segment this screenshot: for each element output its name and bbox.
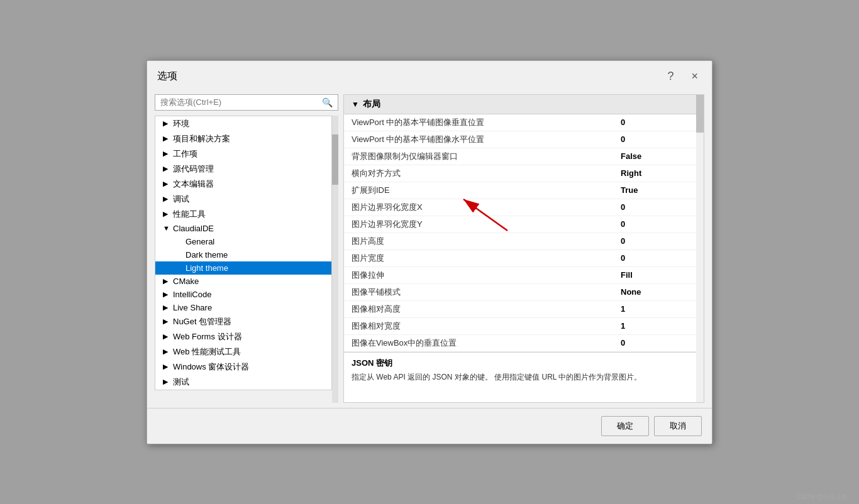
section-arrow: ▼ bbox=[352, 100, 359, 109]
cancel-button[interactable]: 取消 bbox=[654, 416, 702, 436]
tree-item[interactable]: ▶工作项 bbox=[155, 146, 331, 162]
tree-label: Dark theme bbox=[186, 250, 228, 260]
prop-row[interactable]: ViewPort 中的基本平铺图像垂直位置0 bbox=[344, 114, 704, 131]
tree-arrow: ▶ bbox=[163, 317, 170, 326]
tree-arrow: ▶ bbox=[163, 363, 170, 371]
tree-label: 调试 bbox=[173, 194, 189, 205]
prop-row[interactable]: 图像在ViewBox中的垂直位置0 bbox=[344, 335, 704, 352]
prop-value: 1 bbox=[621, 321, 696, 331]
search-input[interactable] bbox=[160, 97, 322, 107]
tree-item[interactable]: ▶Web 性能测试工具 bbox=[155, 344, 331, 359]
prop-name: 图片边界羽化宽度Y bbox=[352, 219, 621, 230]
tree-label: 环境 bbox=[173, 118, 189, 129]
tree-label: 工作项 bbox=[173, 148, 197, 160]
tree-arrow: ▶ bbox=[163, 332, 170, 341]
tree-item[interactable]: ▶测试 bbox=[155, 375, 331, 390]
tree-item[interactable]: ▶NuGet 包管理器 bbox=[155, 314, 331, 329]
tree-label: 项目和解决方案 bbox=[173, 133, 230, 145]
tree-item[interactable]: Dark theme bbox=[155, 248, 331, 261]
tree-item[interactable]: General bbox=[155, 235, 331, 248]
prop-row[interactable]: 扩展到IDETrue bbox=[344, 182, 704, 199]
prop-value: 1 bbox=[621, 304, 696, 314]
tree-arrow: ▶ bbox=[163, 348, 170, 356]
tree-arrow: ▶ bbox=[163, 180, 170, 188]
tree-label: Web Forms 设计器 bbox=[173, 331, 242, 342]
tree-item[interactable]: ▶CMake bbox=[155, 275, 331, 288]
prop-row[interactable]: 图片高度0 bbox=[344, 233, 704, 250]
tree-item[interactable]: ▶Windows 窗体设计器 bbox=[155, 359, 331, 375]
prop-row[interactable]: 图像平铺模式None bbox=[344, 284, 704, 301]
tree-arrow: ▶ bbox=[163, 304, 170, 312]
tree-arrow: ▶ bbox=[163, 277, 170, 285]
prop-value: 0 bbox=[621, 253, 696, 263]
prop-name: 图像平铺模式 bbox=[352, 287, 621, 298]
info-title: JSON 密钥 bbox=[352, 358, 696, 369]
titlebar-actions: ? × bbox=[663, 68, 702, 84]
right-scrollbar-thumb bbox=[696, 95, 704, 133]
tree-item[interactable]: ▼ClaudialDE bbox=[155, 222, 331, 235]
tree-arrow: ▶ bbox=[163, 210, 170, 218]
right-scrollbar[interactable] bbox=[696, 95, 704, 402]
prop-row[interactable]: 图片边界羽化宽度X0 bbox=[344, 199, 704, 216]
tree-item[interactable]: ▶环境 bbox=[155, 116, 331, 131]
ok-button[interactable]: 确定 bbox=[601, 416, 649, 436]
tree-item[interactable]: ▶Live Share bbox=[155, 301, 331, 314]
prop-name: 图片宽度 bbox=[352, 253, 621, 264]
section-title: 布局 bbox=[363, 99, 380, 110]
left-panel-inner: ▶环境▶项目和解决方案▶工作项▶源代码管理▶文本编辑器▶调试▶性能工具▼Clau… bbox=[155, 116, 338, 403]
tree-arrow: ▶ bbox=[163, 119, 170, 128]
tree-item[interactable]: ▶IntelliCode bbox=[155, 288, 331, 301]
prop-value: 0 bbox=[621, 236, 696, 246]
prop-name: ViewPort 中的基本平铺图像垂直位置 bbox=[352, 117, 621, 128]
tree-item[interactable]: ▶调试 bbox=[155, 192, 331, 207]
tree-item[interactable]: Light theme bbox=[155, 261, 331, 275]
prop-name: 图片边界羽化宽度X bbox=[352, 202, 621, 213]
tree-item[interactable]: ▶项目和解决方案 bbox=[155, 131, 331, 146]
prop-row[interactable]: 背景图像限制为仅编辑器窗口False bbox=[344, 148, 704, 165]
titlebar: 选项 ? × bbox=[147, 61, 712, 89]
tree-item[interactable]: ▶文本编辑器 bbox=[155, 177, 331, 192]
right-panel: ▼ 布局 ViewPort 中的基本平铺图像垂直位置0ViewPort 中的基本… bbox=[343, 94, 704, 403]
watermark: CSDN @心已入冬。 bbox=[797, 493, 854, 501]
info-text: 指定从 Web API 返回的 JSON 对象的键。 使用指定键值 URL 中的… bbox=[352, 371, 696, 383]
left-panel: 🔍 ▶环境▶项目和解决方案▶工作项▶源代码管理▶文本编辑器▶调试▶性能工具▼Cl… bbox=[155, 94, 343, 403]
prop-row[interactable]: 图片边界羽化宽度Y0 bbox=[344, 216, 704, 233]
prop-row[interactable]: 横向对齐方式Right bbox=[344, 165, 704, 182]
prop-name: 横向对齐方式 bbox=[352, 168, 621, 179]
tree-item[interactable]: ▶源代码管理 bbox=[155, 162, 331, 177]
close-button[interactable]: × bbox=[687, 68, 702, 84]
left-scrollbar[interactable] bbox=[332, 116, 338, 403]
props-scroll-area: ViewPort 中的基本平铺图像垂直位置0ViewPort 中的基本平铺图像水… bbox=[344, 114, 704, 352]
tree-label: 文本编辑器 bbox=[173, 178, 214, 190]
tree-item[interactable]: ▶Web Forms 设计器 bbox=[155, 329, 331, 344]
tree-item[interactable]: ▶性能工具 bbox=[155, 207, 331, 222]
info-panel: JSON 密钥 指定从 Web API 返回的 JSON 对象的键。 使用指定键… bbox=[344, 352, 704, 402]
tree-label: 测试 bbox=[173, 376, 189, 388]
prop-value: 0 bbox=[621, 202, 696, 212]
tree-label: Windows 窗体设计器 bbox=[173, 361, 249, 373]
tree-label: ClaudialDE bbox=[173, 224, 214, 233]
tree-arrow: ▶ bbox=[163, 378, 170, 386]
prop-name: 图像拉伸 bbox=[352, 270, 621, 281]
prop-value: False bbox=[621, 151, 696, 161]
props-table: ViewPort 中的基本平铺图像垂直位置0ViewPort 中的基本平铺图像水… bbox=[344, 114, 704, 352]
prop-row[interactable]: ViewPort 中的基本平铺图像水平位置0 bbox=[344, 131, 704, 148]
tree-label: 性能工具 bbox=[173, 209, 206, 220]
tree-label: CMake bbox=[173, 277, 199, 286]
prop-row[interactable]: 图像相对高度1 bbox=[344, 301, 704, 318]
tree-container: ▶环境▶项目和解决方案▶工作项▶源代码管理▶文本编辑器▶调试▶性能工具▼Clau… bbox=[155, 116, 332, 403]
prop-name: 图像相对宽度 bbox=[352, 320, 621, 332]
prop-row[interactable]: 图片宽度0 bbox=[344, 250, 704, 267]
prop-value: 0 bbox=[621, 219, 696, 229]
prop-row[interactable]: 图像相对宽度1 bbox=[344, 318, 704, 335]
search-box[interactable]: 🔍 bbox=[155, 94, 338, 111]
left-scrollbar-thumb bbox=[332, 134, 338, 185]
tree-arrow: ▶ bbox=[163, 134, 170, 143]
prop-row[interactable]: 图像拉伸Fill bbox=[344, 267, 704, 284]
prop-name: 图像相对高度 bbox=[352, 304, 621, 315]
prop-value: Fill bbox=[621, 270, 696, 280]
prop-value: True bbox=[621, 185, 696, 195]
tree-arrow: ▼ bbox=[163, 224, 170, 232]
help-button[interactable]: ? bbox=[663, 68, 677, 84]
prop-name: 扩展到IDE bbox=[352, 185, 621, 196]
